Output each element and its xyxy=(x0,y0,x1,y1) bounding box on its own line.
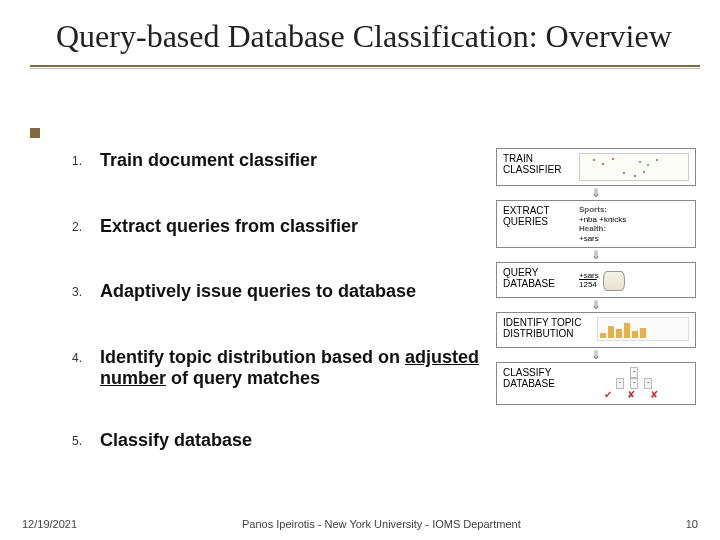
step-5: 5. Classify database xyxy=(72,430,692,452)
cat-sports: Sports: xyxy=(579,205,607,214)
flow-box-query: QUERY DATABASE +sars 1254 xyxy=(496,262,696,298)
step-number: 4. xyxy=(72,347,100,365)
flow-box-label: TRAIN CLASSIFIER xyxy=(503,153,575,175)
step-text-pre: Identify topic distribution based on xyxy=(100,347,405,367)
extract-queries-detail: Sports: +nba +knicks Health: +sars xyxy=(579,205,689,243)
step-number: 2. xyxy=(72,216,100,234)
flow-diagram: TRAIN CLASSIFIER ⇓ EXTRACT QUERIES Sport… xyxy=(496,148,696,405)
step-text-number: number xyxy=(100,368,166,388)
cat-health: Health: xyxy=(579,224,606,233)
flow-box-classify: CLASSIFY DATABASE · ··· ✔ ✘ ✘ xyxy=(496,362,696,405)
query-db-detail: +sars 1254 xyxy=(579,267,689,293)
distribution-icon xyxy=(597,317,689,343)
footer-author: Panos Ipeirotis - New York University - … xyxy=(77,518,686,530)
flow-arrow-icon: ⇓ xyxy=(496,349,696,361)
flow-box-label: QUERY DATABASE xyxy=(503,267,575,289)
footer-page-number: 10 xyxy=(686,518,698,530)
step-number: 5. xyxy=(72,430,100,448)
step-number: 1. xyxy=(72,150,100,168)
step-text: Classify database xyxy=(100,430,692,452)
step-number: 3. xyxy=(72,281,100,299)
classification-tree-icon: · ··· ✔ ✘ ✘ xyxy=(579,367,689,400)
database-icon xyxy=(603,271,625,291)
bar-chart-icon xyxy=(597,317,689,341)
flow-box-label: IDENTIFY TOPIC DISTRIBUTION xyxy=(503,317,593,339)
slide-footer: 12/19/2021 Panos Ipeirotis - New York Un… xyxy=(0,518,720,530)
flow-box-extract: EXTRACT QUERIES Sports: +nba +knicks Hea… xyxy=(496,200,696,248)
q-nba-knicks: +nba +knicks xyxy=(579,215,626,224)
result-count: 1254 xyxy=(579,280,597,289)
slide-title: Query-based Database Classification: Ove… xyxy=(0,0,720,65)
step-text-adjusted: adjusted xyxy=(405,347,479,367)
q-sars: +sars xyxy=(579,234,599,243)
footer-date: 12/19/2021 xyxy=(22,518,77,530)
flow-box-train: TRAIN CLASSIFIER xyxy=(496,148,696,186)
flow-box-label: EXTRACT QUERIES xyxy=(503,205,575,227)
flow-box-identify: IDENTIFY TOPIC DISTRIBUTION xyxy=(496,312,696,348)
issued-query: +sars xyxy=(579,271,599,280)
scatter-icon xyxy=(579,153,689,181)
accent-square xyxy=(30,128,40,138)
flow-arrow-icon: ⇓ xyxy=(496,187,696,199)
step-text-post: of query matches xyxy=(166,368,320,388)
flow-arrow-icon: ⇓ xyxy=(496,249,696,261)
title-rule xyxy=(30,65,700,69)
flow-box-label: CLASSIFY DATABASE xyxy=(503,367,575,389)
flow-arrow-icon: ⇓ xyxy=(496,299,696,311)
